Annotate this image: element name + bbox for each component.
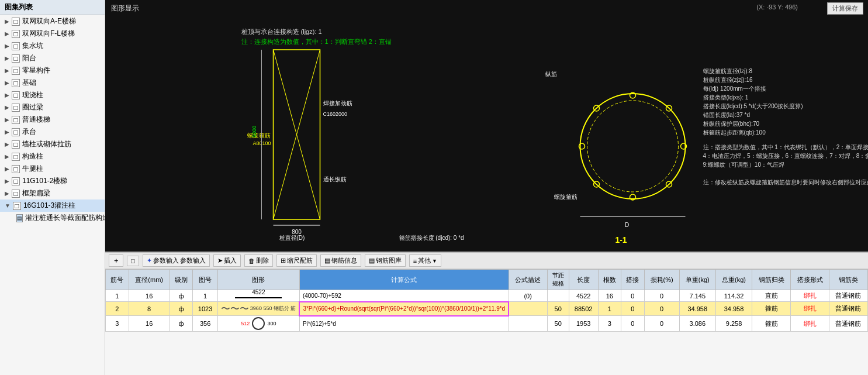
toolbar-btn-select[interactable]: □ bbox=[127, 256, 139, 266]
plus-icon: ＋ bbox=[113, 256, 119, 265]
tree-arrow-icon: ▶ bbox=[5, 116, 9, 123]
sidebar-item-4[interactable]: ▶□零星构件 bbox=[0, 64, 105, 77]
tree-arrow-icon: ▼ bbox=[5, 202, 11, 209]
toolbar-btn-other[interactable]: ≡ 其他 ▼ bbox=[409, 254, 441, 267]
cell-shape: 512 300 bbox=[217, 316, 299, 332]
col-category: 钢筋归类 bbox=[752, 270, 791, 290]
table-row[interactable]: 3 16 ф 356 512 300 Pi*(612)+5*d 50 1953 … bbox=[106, 316, 868, 332]
sidebar-item-13[interactable]: ▶□11G101-2楼梯 bbox=[0, 175, 105, 187]
tree-checkbox-icon: □ bbox=[12, 190, 20, 198]
toolbar-btn-scale[interactable]: ⊞ 缩尺配筋 bbox=[276, 254, 317, 267]
tree-arrow-icon: ▶ bbox=[5, 30, 9, 37]
col-length: 长度 bbox=[569, 270, 598, 290]
tree-checkbox-icon: □ bbox=[12, 30, 20, 38]
cell-unit-wt: 3.086 bbox=[679, 316, 715, 332]
cell-category: 箍筋 bbox=[752, 302, 791, 316]
cell-desc: (0) bbox=[509, 290, 547, 302]
sidebar-item-15[interactable]: ▼□16G101-3灌注柱 bbox=[0, 199, 105, 212]
main-panel: 图形显示 (X: -93 Y: 496) 计算保存 桩顶与承台连接构造 (ljg… bbox=[105, 0, 868, 375]
tree-checkbox-icon: □ bbox=[12, 153, 20, 161]
cell-count: 1 bbox=[598, 302, 621, 316]
cell-grade: ф bbox=[170, 290, 193, 302]
cell-desc bbox=[509, 302, 547, 316]
tree-arrow-icon: ▶ bbox=[5, 18, 9, 25]
col-grade: 级别 bbox=[170, 270, 193, 290]
svg-text:9:螺螺纹（可调型）10：气压焊: 9:螺螺纹（可调型）10：气压焊 bbox=[703, 161, 784, 168]
sidebar-item-12[interactable]: ▶□牛腿柱 bbox=[0, 163, 105, 175]
sidebar-item-label: 集水坑 bbox=[22, 41, 43, 51]
cell-length: 1953 bbox=[569, 316, 598, 332]
col-unit-wt: 单重(kg) bbox=[679, 270, 715, 290]
cell-formula[interactable]: (4000-70)+592 bbox=[299, 290, 509, 302]
select-icon: □ bbox=[131, 257, 135, 264]
tree-checkbox-icon: □ bbox=[12, 42, 20, 50]
tree-checkbox-icon: □ bbox=[12, 177, 20, 185]
cell-category: 箍筋 bbox=[752, 316, 791, 332]
tree-arrow-icon: ▶ bbox=[5, 43, 9, 49]
toolbar-btn-add[interactable]: ＋ bbox=[109, 254, 123, 267]
sidebar-subitem-16[interactable]: ▤灌注桩通长等截面配筋构造 bbox=[0, 212, 105, 224]
sidebar-item-9[interactable]: ▶□承台 bbox=[0, 126, 105, 138]
cell-total-wt: 9.258 bbox=[715, 316, 752, 332]
tree-checkbox-icon: □ bbox=[12, 67, 20, 75]
sidebar-item-10[interactable]: ▶□墙柱或砌体拉筋 bbox=[0, 138, 105, 150]
sidebar-item-label: 普通楼梯 bbox=[22, 115, 50, 125]
sidebar-item-label: 双网双向A-E楼梯 bbox=[22, 16, 76, 26]
svg-text:A80100: A80100 bbox=[253, 140, 271, 146]
sidebar-item-label: 双网双向F-L楼梯 bbox=[22, 29, 75, 39]
svg-text:D: D bbox=[625, 222, 629, 228]
tree-arrow-icon: ▶ bbox=[5, 153, 9, 160]
cell-formula[interactable]: Pi*(612)+5*d bbox=[299, 316, 509, 332]
sidebar-item-2[interactable]: ▶□集水坑 bbox=[0, 40, 105, 52]
dropdown-arrow-icon: ▼ bbox=[432, 258, 437, 264]
sidebar-item-11[interactable]: ▶□构造柱 bbox=[0, 150, 105, 163]
cell-formula[interactable]: 3*Pi*(660+d)+Round(sqrt(sqr(Pi*(660+2*d)… bbox=[299, 302, 509, 316]
tree-arrow-icon: ▶ bbox=[5, 67, 9, 74]
svg-text:桩箍筋起步距离(qb):100: 桩箍筋起步距离(qb):100 bbox=[703, 129, 766, 136]
cell-dia: 8 bbox=[129, 302, 170, 316]
table-row[interactable]: 2 8 ф 1023 〜〜〜 3960 550 钢筋分 筋 3*Pi*(660+… bbox=[106, 302, 868, 316]
cell-bar-type: 普通钢筋 bbox=[829, 316, 867, 332]
barlibrary-icon: ▤ bbox=[369, 257, 375, 264]
params-icon: ✦ bbox=[147, 257, 152, 264]
sidebar-item-7[interactable]: ▶□圈过梁 bbox=[0, 101, 105, 113]
sidebar-item-3[interactable]: ▶□阳台 bbox=[0, 52, 105, 64]
sidebar-item-label: 墙柱或砌体拉筋 bbox=[22, 139, 71, 149]
sidebar-item-14[interactable]: ▶□框架扁梁 bbox=[0, 187, 105, 199]
cell-total-wt: 114.32 bbox=[715, 290, 752, 302]
toolbar-btn-barlibrary[interactable]: ▤ 钢筋图库 bbox=[365, 254, 406, 267]
cell-shape: 4522 bbox=[217, 290, 299, 302]
sidebar-item-5[interactable]: ▶□基础 bbox=[0, 77, 105, 89]
calc-save-button[interactable]: 计算保存 bbox=[827, 2, 863, 15]
toolbar-btn-params[interactable]: ✦ 参数输入 参数输入 bbox=[143, 254, 210, 267]
svg-text:搭接长度(ldjcd):5 *d(大于200按长度算): 搭接长度(ldjcd):5 *d(大于200按长度算) bbox=[703, 103, 803, 109]
cell-dia: 16 bbox=[129, 290, 170, 302]
cell-category: 直筋 bbox=[752, 290, 791, 302]
toolbar-btn-delete[interactable]: 🗑 删除 bbox=[244, 254, 273, 267]
tree-checkbox-icon: □ bbox=[12, 128, 20, 136]
cell-loss: 0 bbox=[644, 316, 679, 332]
tree-arrow-icon: ▶ bbox=[5, 141, 9, 147]
tree-arrow-icon: ▶ bbox=[5, 178, 9, 184]
toolbar-btn-barinfo[interactable]: ▤ 钢筋信息 bbox=[320, 254, 361, 267]
cell-dia: 16 bbox=[129, 316, 170, 332]
sidebar-item-6[interactable]: ▶□现浇柱 bbox=[0, 89, 105, 101]
coord-display: (X: -93 Y: 496) bbox=[756, 4, 798, 11]
cell-pitch bbox=[547, 290, 569, 302]
cell-figno: 1 bbox=[193, 290, 218, 302]
sidebar-item-1[interactable]: ▶□双网双向F-L楼梯 bbox=[0, 27, 105, 40]
col-desc: 公式描述 bbox=[509, 270, 547, 290]
sidebar-item-label: 零星构件 bbox=[22, 66, 50, 75]
cell-grade: ф bbox=[170, 302, 193, 316]
sidebar-item-8[interactable]: ▶□普通楼梯 bbox=[0, 113, 105, 126]
sidebar-item-label: 11G101-2楼梯 bbox=[22, 176, 67, 186]
cell-pitch: 50 bbox=[547, 316, 569, 332]
tree-arrow-icon: ▶ bbox=[5, 104, 9, 111]
table-row[interactable]: 1 16 ф 1 4522 (4000-70)+592 (0) 4522 16 … bbox=[106, 290, 868, 302]
cell-desc bbox=[509, 316, 547, 332]
toolbar-btn-insert[interactable]: ➤ 插入 bbox=[213, 254, 241, 267]
col-total-wt: 总重(kg) bbox=[715, 270, 752, 290]
sidebar-item-label: 牛腿柱 bbox=[22, 164, 43, 174]
sidebar-item-0[interactable]: ▶□双网双向A-E楼梯 bbox=[0, 15, 105, 27]
cell-lap: 0 bbox=[621, 290, 645, 302]
